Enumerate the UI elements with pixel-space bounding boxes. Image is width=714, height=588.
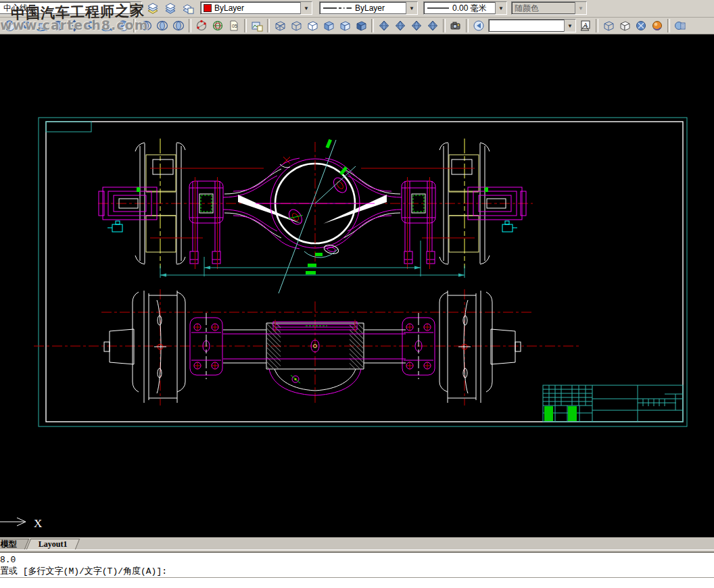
lineweight-combo-dropdown-arrow[interactable]: ▼ (495, 2, 506, 14)
render-preset-icon-3[interactable] (409, 18, 424, 33)
command-line-window: 8.0 置或 [多行文字(M)/文字(T)/角度(A)]: (0, 549, 714, 588)
brake-fitting-detail (108, 221, 122, 232)
visual-style-conceptual-icon[interactable] (337, 18, 352, 33)
linetype-sample (323, 5, 352, 11)
tab-layout1-label: Layout1 (39, 539, 68, 549)
drawing-canvas[interactable]: .w{stroke:#fff;fill:none;stroke-width:1}… (0, 34, 714, 537)
layout-tab-bar: 模型 Layout1 (0, 537, 714, 550)
title-block-highlight-cell (568, 406, 577, 421)
render-view-combo[interactable]: ▼ (488, 19, 576, 32)
toolbar-separator (133, 19, 136, 32)
text-a-icon[interactable] (578, 18, 593, 33)
visual-style-realistic-icon[interactable] (321, 18, 336, 33)
toolbar-separator (267, 19, 270, 32)
render-preset-icon-1[interactable] (377, 18, 391, 33)
layer-states-manager-icon[interactable] (163, 1, 178, 16)
toolbar-separator (596, 19, 598, 32)
axle-plan-view (34, 289, 580, 406)
obscured-icon-4[interactable] (51, 18, 66, 33)
render-camera-icon[interactable] (448, 18, 463, 33)
sphere-x-icon[interactable] (634, 18, 648, 33)
nav-render-toolbar: ▼ (0, 18, 714, 34)
plotstyle-combo: 随颜色 ▼ (511, 1, 587, 15)
lens-icon-1[interactable] (139, 18, 153, 33)
toolbar-separator (244, 19, 247, 32)
autocad-window: { "toolbar_layers": { "layer_combo_value… (0, 0, 714, 588)
toolbar-separator (443, 19, 446, 32)
visual-style-hidden-icon[interactable] (305, 18, 320, 33)
wire-box-icon[interactable] (601, 18, 616, 33)
render-preset-icon-4[interactable] (425, 18, 440, 33)
walk-settings-icon[interactable] (227, 18, 241, 33)
layer-combo[interactable]: 中心线层 ▼ (0, 1, 142, 15)
axle-housing-plan-view (223, 320, 406, 395)
lineweight-combo[interactable]: 0.00 毫米 ▼ (423, 1, 507, 15)
title-block-highlight-cell (544, 406, 553, 421)
toolbar-separator (466, 19, 469, 32)
wheel-plan-view (104, 291, 185, 403)
color-swatch (204, 4, 212, 12)
ucs-icon: X (0, 517, 42, 530)
layer-previous-icon[interactable] (181, 1, 195, 16)
tab-model[interactable]: 模型 (0, 539, 29, 549)
title-block (543, 385, 683, 422)
obscured-icon-2[interactable] (18, 18, 33, 33)
render-sphere-icon[interactable] (650, 18, 665, 33)
command-history: 8.0 置或 [多行文字(M)/文字(T)/角度(A)]: (0, 553, 714, 577)
color-combo-dropdown-arrow[interactable]: ▼ (300, 2, 312, 14)
dimension-text (308, 264, 316, 267)
sphere-nodes-icon[interactable] (194, 18, 209, 33)
continuous-orbit-icon[interactable] (116, 18, 130, 33)
obscured-icon-1[interactable] (2, 18, 17, 33)
linetype-combo-value: ByLayer (352, 3, 406, 13)
visual-style-2d-wireframe-icon[interactable] (272, 18, 287, 33)
back-view-icon[interactable] (471, 18, 486, 33)
render-preset-icon-2[interactable] (393, 18, 408, 33)
layer-combo-dropdown-arrow[interactable]: ▼ (130, 2, 141, 14)
axle-front-section-view (98, 139, 533, 293)
linetype-combo-dropdown-arrow[interactable]: ▼ (406, 2, 417, 14)
plotstyle-combo-value: 随颜色 (512, 3, 575, 14)
lens-icon-3[interactable] (171, 18, 186, 33)
ucs-x-axis-label: X (34, 517, 42, 530)
visual-style-3d-wireframe-icon[interactable] (289, 18, 304, 33)
visual-style-shaded-icon[interactable] (354, 18, 368, 33)
command-history-line: 8.0 (0, 554, 714, 566)
obscured-icon-3[interactable] (34, 18, 49, 33)
white-cube-icon[interactable] (617, 18, 632, 33)
command-history-line: 置或 [多行文字(M)/文字(T)/角度(A)]: (0, 566, 714, 577)
toolbar-separator (371, 19, 374, 32)
spring-seat-front-view (189, 177, 223, 269)
layers-properties-toolbar: 中心线层 ▼ ByLayer ▼ ByLayer ▼ 0.00 毫米 ▼ 随颜色… (0, 0, 714, 18)
render-view-combo-dropdown-arrow[interactable]: ▼ (564, 20, 575, 32)
free-orbit-icon[interactable] (83, 18, 98, 33)
command-input[interactable] (0, 577, 714, 587)
layer-properties-manager-icon[interactable] (145, 1, 160, 16)
model-space-canvas[interactable]: .w{stroke:#fff;fill:none;stroke-width:1}… (0, 34, 714, 537)
lineweight-combo-value: 0.00 毫米 (450, 3, 495, 14)
tab-model-label: 模型 (1, 539, 17, 550)
differential-housing (256, 139, 375, 293)
move-4way-icon[interactable] (67, 18, 82, 33)
layer-combo-value: 中心线层 (0, 3, 130, 14)
drawing-frame (39, 118, 687, 426)
color-combo-value: ByLayer (212, 3, 300, 13)
image-clip-icon[interactable] (249, 18, 264, 33)
color-combo[interactable]: ByLayer ▼ (200, 1, 312, 15)
lens-icon-2[interactable] (155, 18, 170, 33)
tab-layout1[interactable]: Layout1 (26, 539, 80, 549)
linetype-combo[interactable]: ByLayer ▼ (319, 1, 418, 15)
command-line-panel[interactable]: 8.0 置或 [多行文字(M)/文字(T)/角度(A)]: (0, 552, 714, 588)
lineweight-sample (427, 5, 450, 11)
constrained-orbit-icon[interactable] (99, 18, 114, 33)
wire-globe-icon[interactable] (210, 18, 225, 33)
toolbar-separator (667, 19, 670, 32)
materials-calc-icon[interactable] (673, 18, 688, 33)
toolbar-separator (189, 19, 191, 32)
plotstyle-combo-dropdown-arrow: ▼ (575, 2, 586, 14)
dimension-text (306, 271, 316, 274)
